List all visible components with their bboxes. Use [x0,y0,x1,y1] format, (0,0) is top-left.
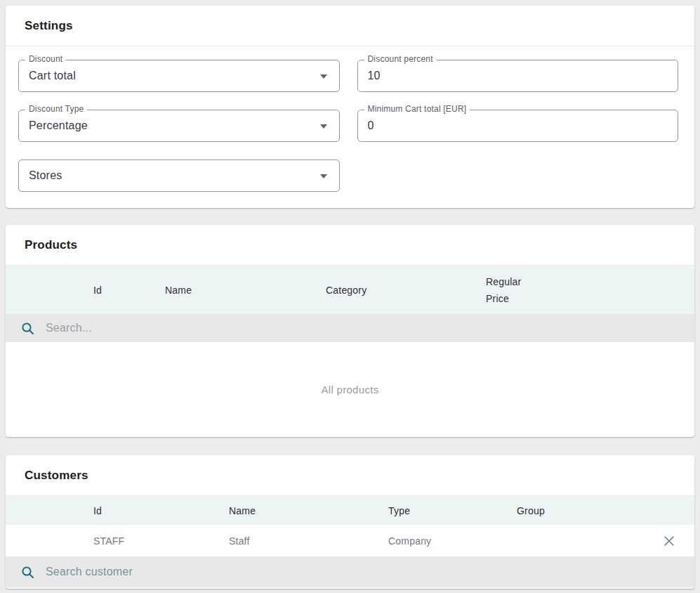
products-empty-state: All products [6,342,694,437]
products-title: Products [25,238,77,252]
discount-type-select[interactable]: Discount Type Percentage [18,110,340,142]
customers-card: Customers Id Name Type Group STAFF Staff… [6,455,694,589]
chevron-down-icon [320,74,327,79]
customers-header: Customers [6,455,694,496]
customers-table-header: Id Name Type Group [6,496,694,525]
customers-search-row [6,556,694,587]
products-col-name: Name [165,285,326,296]
discount-label: Discount [25,54,66,64]
search-icon [21,322,34,335]
customers-col-id: Id [6,505,229,516]
products-table-header: Id Name Category Regular Price [6,266,694,314]
discount-percent-field[interactable]: Discount percent [357,60,679,92]
remove-customer-button[interactable] [644,525,694,556]
customer-id: STAFF [6,535,229,547]
customer-name: Staff [229,535,388,547]
products-col-category: Category [326,285,486,296]
discount-type-value: Percentage [29,119,88,132]
customer-row: STAFF Staff Company [6,525,694,556]
products-empty-text: All products [322,384,379,396]
customers-col-type: Type [388,505,517,516]
settings-form: Discount Cart total Discount percent Dis… [6,46,694,208]
chevron-down-icon [320,174,327,178]
discount-percent-input[interactable] [368,70,650,82]
page: Settings Discount Cart total Discount pe… [0,0,700,593]
discount-type-label: Discount Type [25,104,87,114]
discount-value: Cart total [29,70,76,82]
settings-header: Settings [6,6,694,46]
customers-search-input[interactable] [46,566,326,578]
search-icon [21,566,34,579]
products-col-regular-price: Regular Price [486,273,531,307]
customers-col-name: Name [229,505,388,516]
minimum-cart-total-input[interactable] [368,119,650,132]
products-search-input[interactable] [46,322,326,334]
chevron-down-icon [320,124,327,129]
stores-select[interactable]: Stores [18,159,340,192]
settings-card: Settings Discount Cart total Discount pe… [6,6,694,208]
close-icon [663,535,675,547]
customers-col-group: Group [517,505,644,516]
products-header: Products [6,225,694,266]
products-search-row [6,314,694,342]
discount-percent-label: Discount percent [364,54,437,64]
products-col-id: Id [6,285,165,296]
minimum-cart-total-field[interactable]: Minimum Cart total [EUR] [357,110,679,142]
settings-title: Settings [25,19,73,33]
minimum-cart-total-label: Minimum Cart total [EUR] [364,104,470,114]
customer-type: Company [388,535,517,547]
discount-select[interactable]: Discount Cart total [18,60,340,92]
products-card: Products Id Name Category Regular Price … [6,225,694,437]
empty-grid-cell [357,159,679,192]
customers-title: Customers [25,469,88,483]
stores-placeholder: Stores [29,169,62,182]
